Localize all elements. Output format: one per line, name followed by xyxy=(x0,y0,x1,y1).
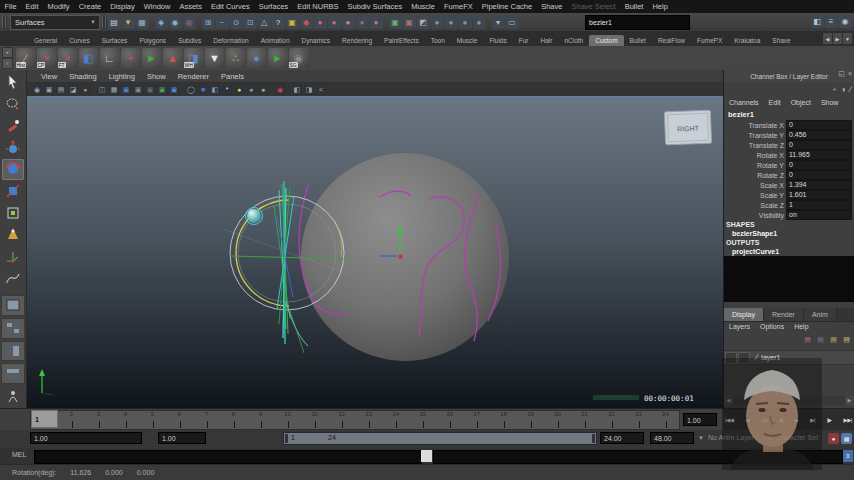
auto-keyframe-icon[interactable]: ● xyxy=(828,433,839,444)
channel-attribute-row[interactable]: Translate X 0 xyxy=(724,120,854,130)
status-icon[interactable]: ▤ xyxy=(108,16,121,29)
sidebar-toggle-icon[interactable]: ◧ xyxy=(811,15,824,28)
time-slider-ticks[interactable]: 1 2 3 4 5 xyxy=(30,410,680,430)
panel-toolbar-icon[interactable] xyxy=(287,84,291,95)
time-slider-frame[interactable]: 24 xyxy=(652,411,679,429)
panel-menu-item[interactable]: Lighting xyxy=(103,72,141,81)
menu-item[interactable]: FumeFX xyxy=(439,0,477,13)
panel-menu-item[interactable]: Shading xyxy=(63,72,103,81)
channel-box-manip-icon[interactable]: + xyxy=(832,85,837,94)
panel-menu-item[interactable]: View xyxy=(35,72,63,81)
time-slider-frame[interactable]: 12 xyxy=(328,411,355,429)
channel-box-menu-item[interactable]: Object xyxy=(786,99,816,106)
soft-modification-tool[interactable] xyxy=(2,224,24,245)
menu-item[interactable]: Modify xyxy=(43,0,74,13)
channel-box-manip-icon[interactable]: ◑ xyxy=(841,85,846,94)
layout-single-pane-button[interactable] xyxy=(1,295,25,316)
select-tool[interactable] xyxy=(2,72,24,93)
shelf-tab[interactable]: Muscle xyxy=(451,35,484,46)
shelf-button[interactable]: × CP xyxy=(37,48,57,68)
status-icon[interactable]: ◈ xyxy=(155,16,168,29)
playback-start-field[interactable]: 1.00 xyxy=(158,432,206,444)
status-icon[interactable]: △ xyxy=(258,16,271,29)
shelf-tab[interactable]: Animation xyxy=(255,35,296,46)
time-slider-frame[interactable]: 2 xyxy=(58,411,85,429)
shelf-tab[interactable]: Curves xyxy=(63,35,96,46)
status-icon[interactable]: ⊙ xyxy=(230,16,243,29)
channel-attribute-value[interactable]: 0 xyxy=(786,170,852,180)
shelf-button[interactable]: + xyxy=(121,48,141,68)
command-line-input[interactable] xyxy=(34,450,422,464)
shelf-button[interactable]: ∕ Hist xyxy=(16,48,36,68)
panel-toolbar-icon[interactable]: ◉ xyxy=(275,84,286,95)
panel-toolbar-icon[interactable]: ■ xyxy=(198,84,209,95)
shelf-tab[interactable]: General xyxy=(28,35,63,46)
menu-item[interactable]: Shave xyxy=(537,0,567,13)
viewport-canvas[interactable]: RIGHT 00:00:00:01 xyxy=(27,96,723,409)
panel-toolbar-icon[interactable]: ◪ xyxy=(68,84,79,95)
status-icon[interactable] xyxy=(197,16,201,29)
menu-item[interactable]: Muscle xyxy=(407,0,440,13)
layer-editor-icon[interactable]: ▤ xyxy=(802,334,813,345)
sidebar-toggle-icon[interactable]: ◉ xyxy=(839,15,852,28)
layer-editor-tab[interactable]: Display xyxy=(724,308,764,321)
time-slider-frame[interactable]: 19 xyxy=(517,411,544,429)
last-tool-bezier-pen[interactable] xyxy=(2,267,24,288)
panel-toolbar-icon[interactable]: ▣ xyxy=(169,84,180,95)
panel-toolbar-icon[interactable] xyxy=(181,84,185,95)
panel-toolbar-icon[interactable] xyxy=(92,84,96,95)
channel-attribute-value[interactable]: 1 xyxy=(786,200,852,210)
scroll-right-icon[interactable]: ▶ xyxy=(845,396,854,405)
menu-item[interactable]: Window xyxy=(139,0,175,13)
status-icon[interactable]: ⊡ xyxy=(244,16,257,29)
panel-toolbar-icon[interactable]: ● xyxy=(258,84,269,95)
layout-hypershade-button[interactable] xyxy=(1,363,25,384)
range-end-handle[interactable] xyxy=(592,434,595,443)
time-slider-frame[interactable]: 9 xyxy=(247,411,274,429)
status-icon[interactable]: ▭ xyxy=(506,16,519,29)
time-slider[interactable]: 1 2 3 4 5 xyxy=(0,408,723,430)
nurbs-sphere[interactable] xyxy=(301,153,509,361)
panel-window-icon[interactable]: ◱ xyxy=(838,70,845,78)
panel-toolbar-icon[interactable]: ▣ xyxy=(44,84,55,95)
status-icon[interactable]: ● xyxy=(370,16,383,29)
menu-item[interactable]: Pipeline Cache xyxy=(477,0,536,13)
channel-box-header[interactable]: Channel Box / Layer Editor ◱× xyxy=(724,70,854,83)
shelf-button[interactable]: ∴ xyxy=(226,48,246,68)
layer-editor-icon[interactable]: ▤ xyxy=(841,334,852,345)
status-icon[interactable]: ◆ xyxy=(300,16,313,29)
status-icon[interactable]: ▾ xyxy=(492,16,505,29)
menu-item[interactable]: Shave Select xyxy=(567,0,620,13)
time-slider-frame[interactable]: 22 xyxy=(598,411,625,429)
panel-toolbar-icon[interactable]: ◯ xyxy=(186,84,197,95)
shelf-tab[interactable]: Krakatoa xyxy=(728,35,766,46)
channel-attribute-value[interactable]: 1.601 xyxy=(786,190,852,200)
shelf-button[interactable]: ∟ xyxy=(100,48,120,68)
status-icon[interactable] xyxy=(150,16,154,29)
channel-attribute-value[interactable]: 0.456 xyxy=(786,130,852,140)
shelf-tab[interactable]: Bullet xyxy=(624,35,652,46)
object-name-input[interactable]: bezier1 xyxy=(585,15,690,30)
status-icon[interactable]: ? xyxy=(272,16,285,29)
script-editor-icon[interactable]: ≡ xyxy=(843,450,853,462)
shelf-button[interactable]: ◧ xyxy=(79,48,99,68)
pose-tool[interactable] xyxy=(2,386,24,407)
channel-box-menu-item[interactable]: Edit xyxy=(764,99,786,106)
shelf-tab[interactable]: RealFlow xyxy=(652,35,691,46)
shelf-button[interactable]: ● xyxy=(247,48,267,68)
panel-toolbar-icon[interactable] xyxy=(270,84,274,95)
shelf-tab[interactable]: Fur xyxy=(513,35,535,46)
channel-attribute-row[interactable]: Scale Y 1.601 xyxy=(724,190,854,200)
shape-node-item[interactable]: bezierShape1 xyxy=(724,229,854,238)
shelf-tab[interactable]: PaintEffects xyxy=(378,35,425,46)
channel-attribute-row[interactable]: Rotate X 11.965 xyxy=(724,150,854,160)
move-tool[interactable] xyxy=(2,137,24,158)
menu-item[interactable]: Subdiv Surfaces xyxy=(343,0,407,13)
shelf-button[interactable]: ► xyxy=(268,48,288,68)
channel-attribute-row[interactable]: Translate Y 0.456 xyxy=(724,130,854,140)
time-slider-frame[interactable]: 6 xyxy=(166,411,193,429)
output-node-item[interactable]: projectCurve1 xyxy=(724,247,854,256)
chevron-down-icon[interactable]: ▼ xyxy=(698,435,704,441)
status-icon[interactable]: ~ xyxy=(216,16,229,29)
menu-item[interactable]: Edit NURBS xyxy=(293,0,343,13)
